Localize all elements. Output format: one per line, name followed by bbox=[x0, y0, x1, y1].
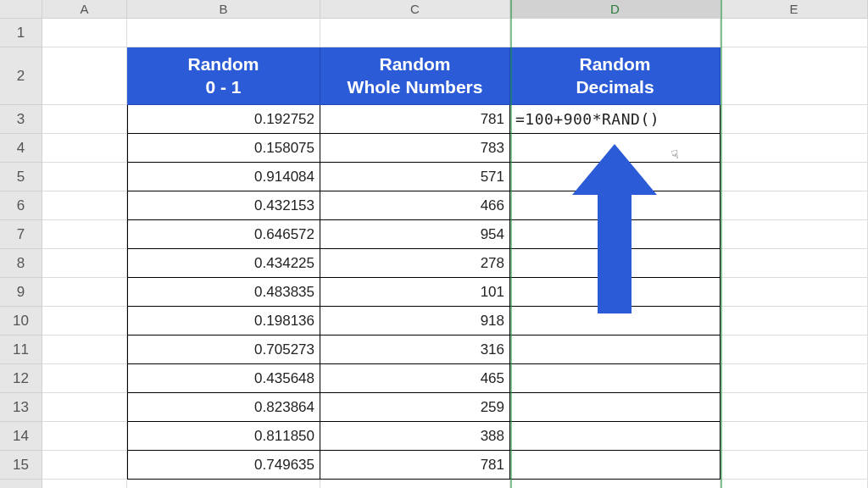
cell-E1[interactable] bbox=[721, 19, 868, 47]
cell-D16[interactable] bbox=[510, 480, 721, 488]
row-header-5[interactable]: 5 bbox=[0, 163, 42, 191]
cell-C16[interactable] bbox=[320, 480, 510, 488]
cell-D10[interactable] bbox=[510, 307, 721, 336]
row-header-1[interactable]: 1 bbox=[0, 19, 42, 47]
cell-A7[interactable] bbox=[42, 220, 127, 249]
cell-C7[interactable]: 954 bbox=[320, 220, 510, 249]
cell-E9[interactable] bbox=[721, 278, 868, 307]
cell-D5[interactable] bbox=[510, 163, 721, 191]
col-header-B[interactable]: B bbox=[127, 0, 320, 19]
cell-B8[interactable]: 0.434225 bbox=[127, 249, 320, 278]
row-header-7[interactable]: 7 bbox=[0, 220, 42, 249]
cell-E8[interactable] bbox=[721, 249, 868, 278]
cell-C11[interactable]: 316 bbox=[320, 336, 510, 364]
cell-B6[interactable]: 0.432153 bbox=[127, 191, 320, 220]
cell-D12[interactable] bbox=[510, 364, 721, 393]
cell-C6[interactable]: 466 bbox=[320, 191, 510, 220]
cell-E14[interactable] bbox=[721, 422, 868, 451]
cell-B5[interactable]: 0.914084 bbox=[127, 163, 320, 191]
cell-B4[interactable]: 0.158075 bbox=[127, 134, 320, 163]
cell-D14[interactable] bbox=[510, 422, 721, 451]
cell-A2[interactable] bbox=[42, 47, 127, 105]
cell-A11[interactable] bbox=[42, 336, 127, 364]
cell-B1[interactable] bbox=[127, 19, 320, 47]
col-header-C[interactable]: C bbox=[320, 0, 510, 19]
cell-C14[interactable]: 388 bbox=[320, 422, 510, 451]
cell-A6[interactable] bbox=[42, 191, 127, 220]
cell-B3[interactable]: 0.192752 bbox=[127, 105, 320, 134]
cell-D4[interactable] bbox=[510, 134, 721, 163]
cell-A5[interactable] bbox=[42, 163, 127, 191]
cell-B11[interactable]: 0.705273 bbox=[127, 336, 320, 364]
cell-A14[interactable] bbox=[42, 422, 127, 451]
row-header-3[interactable]: 3 bbox=[0, 105, 42, 134]
cell-D9[interactable] bbox=[510, 278, 721, 307]
cell-D6[interactable] bbox=[510, 191, 721, 220]
row-header-4[interactable]: 4 bbox=[0, 134, 42, 163]
row-header-10[interactable]: 10 bbox=[0, 307, 42, 336]
cell-C3[interactable]: 781 bbox=[320, 105, 510, 134]
cell-B14[interactable]: 0.811850 bbox=[127, 422, 320, 451]
header-cell-B[interactable]: Random 0 - 1 bbox=[127, 47, 320, 105]
cell-A15[interactable] bbox=[42, 451, 127, 480]
col-header-D[interactable]: D bbox=[510, 0, 721, 19]
row-header-2[interactable]: 2 bbox=[0, 47, 42, 105]
col-header-A[interactable]: A bbox=[42, 0, 127, 19]
cell-E15[interactable] bbox=[721, 451, 868, 480]
cell-B7[interactable]: 0.646572 bbox=[127, 220, 320, 249]
cell-C12[interactable]: 465 bbox=[320, 364, 510, 393]
cell-A9[interactable] bbox=[42, 278, 127, 307]
row-header-16[interactable]: 16 bbox=[0, 480, 42, 488]
cell-D7[interactable] bbox=[510, 220, 721, 249]
cell-E6[interactable] bbox=[721, 191, 868, 220]
cell-E16[interactable] bbox=[721, 480, 868, 488]
row-header-9[interactable]: 9 bbox=[0, 278, 42, 307]
cell-C9[interactable]: 101 bbox=[320, 278, 510, 307]
row-header-13[interactable]: 13 bbox=[0, 393, 42, 422]
cell-E5[interactable] bbox=[721, 163, 868, 191]
cell-E11[interactable] bbox=[721, 336, 868, 364]
cell-D11[interactable] bbox=[510, 336, 721, 364]
header-cell-C[interactable]: Random Whole Numbers bbox=[320, 47, 510, 105]
cell-C13[interactable]: 259 bbox=[320, 393, 510, 422]
cell-D15[interactable] bbox=[510, 451, 721, 480]
cell-E7[interactable] bbox=[721, 220, 868, 249]
cell-D1[interactable] bbox=[510, 19, 721, 47]
cell-A8[interactable] bbox=[42, 249, 127, 278]
row-header-12[interactable]: 12 bbox=[0, 364, 42, 393]
cell-C4[interactable]: 783 bbox=[320, 134, 510, 163]
cell-B16[interactable] bbox=[127, 480, 320, 488]
cell-A1[interactable] bbox=[42, 19, 127, 47]
cell-A10[interactable] bbox=[42, 307, 127, 336]
cell-C10[interactable]: 918 bbox=[320, 307, 510, 336]
cell-E3[interactable] bbox=[721, 105, 868, 134]
cell-E2[interactable] bbox=[721, 47, 868, 105]
row-header-15[interactable]: 15 bbox=[0, 451, 42, 480]
cell-A16[interactable] bbox=[42, 480, 127, 488]
cell-C1[interactable] bbox=[320, 19, 510, 47]
cell-B13[interactable]: 0.823864 bbox=[127, 393, 320, 422]
row-header-14[interactable]: 14 bbox=[0, 422, 42, 451]
cell-B15[interactable]: 0.749635 bbox=[127, 451, 320, 480]
cell-D13[interactable] bbox=[510, 393, 721, 422]
header-cell-D[interactable]: Random Decimals bbox=[510, 47, 721, 105]
cell-C5[interactable]: 571 bbox=[320, 163, 510, 191]
cell-E13[interactable] bbox=[721, 393, 868, 422]
cell-C15[interactable]: 781 bbox=[320, 451, 510, 480]
cell-E12[interactable] bbox=[721, 364, 868, 393]
cell-C8[interactable]: 278 bbox=[320, 249, 510, 278]
cell-A13[interactable] bbox=[42, 393, 127, 422]
cell-D3-formula[interactable]: =100+900*RAND() bbox=[510, 105, 721, 134]
row-header-6[interactable]: 6 bbox=[0, 191, 42, 220]
col-header-E[interactable]: E bbox=[721, 0, 868, 19]
cell-D8[interactable] bbox=[510, 249, 721, 278]
cell-B9[interactable]: 0.483835 bbox=[127, 278, 320, 307]
cell-E10[interactable] bbox=[721, 307, 868, 336]
cell-B10[interactable]: 0.198136 bbox=[127, 307, 320, 336]
row-header-11[interactable]: 11 bbox=[0, 336, 42, 364]
cell-A3[interactable] bbox=[42, 105, 127, 134]
cell-A12[interactable] bbox=[42, 364, 127, 393]
cell-B12[interactable]: 0.435648 bbox=[127, 364, 320, 393]
row-header-8[interactable]: 8 bbox=[0, 249, 42, 278]
select-all-corner[interactable] bbox=[0, 0, 42, 19]
